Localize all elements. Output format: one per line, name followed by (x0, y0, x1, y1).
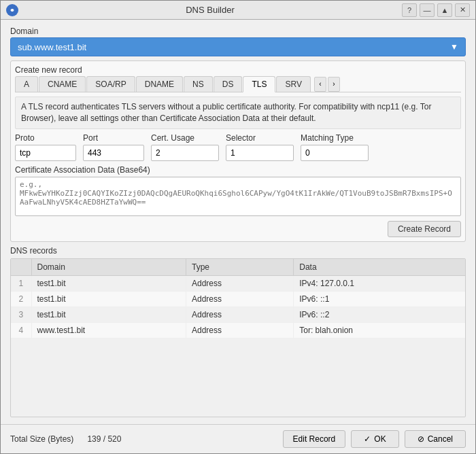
col-type: Type (186, 259, 293, 276)
domain-value: sub.www.test1.bit (18, 42, 86, 52)
tls-description: A TLS record authenticates TLS servers w… (15, 97, 461, 129)
port-label: Port (83, 133, 144, 143)
proto-label: Proto (15, 133, 76, 143)
matching-type-group: Matching Type (301, 133, 369, 161)
selector-group: Selector (226, 133, 294, 161)
cert-data-section: Certificate Association Data (Base64) (15, 165, 461, 218)
titlebar-center: DNS Builder (18, 5, 402, 15)
row-domain: test1.bit (31, 307, 186, 322)
create-record-label: Create new record (15, 65, 461, 75)
dns-records-section: DNS records Domain Type Data 1 test1.bit (10, 246, 466, 417)
tab-DNAME[interactable]: DNAME (136, 76, 183, 92)
tab-NS[interactable]: NS (184, 76, 213, 92)
col-num (11, 259, 31, 276)
dns-table-wrapper[interactable]: Domain Type Data 1 test1.bit Address IPv… (10, 258, 466, 417)
cert-usage-input[interactable] (151, 145, 219, 161)
svg-point-1 (11, 9, 14, 12)
cert-usage-group: Cert. Usage (151, 133, 219, 161)
table-header-row: Domain Type Data (11, 259, 465, 276)
app-icon (6, 4, 18, 16)
table-row[interactable]: 4 www.test1.bit Address Tor: blah.onion (11, 322, 465, 338)
cancel-button[interactable]: ⊘ Cancel (405, 430, 466, 448)
port-input[interactable] (83, 145, 144, 161)
maximize-button[interactable]: ▲ (437, 3, 452, 17)
cancel-label: Cancel (428, 434, 453, 444)
cancel-icon: ⊘ (418, 434, 424, 444)
minimize-button[interactable]: — (420, 3, 435, 17)
content-area: Domain sub.www.test1.bit ▼ Create new re… (1, 20, 475, 424)
row-type: Address (186, 307, 293, 322)
titlebar: DNS Builder ? — ▲ ✕ (1, 1, 475, 20)
row-num: 3 (11, 307, 31, 322)
row-data: IPv4: 127.0.0.1 (294, 275, 465, 291)
domain-dropdown[interactable]: sub.www.test1.bit ▼ (10, 37, 466, 56)
window-title: DNS Builder (186, 5, 235, 15)
table-row[interactable]: 1 test1.bit Address IPv4: 127.0.0.1 (11, 275, 465, 291)
titlebar-left (6, 4, 18, 16)
row-num: 4 (11, 322, 31, 338)
selector-label: Selector (226, 133, 294, 143)
ok-icon: ✓ (364, 434, 371, 444)
cert-usage-label: Cert. Usage (151, 133, 219, 143)
size-value: 139 / 520 (87, 434, 121, 444)
form-fields-row: Proto Port Cert. Usage Selector Matching… (15, 133, 461, 161)
row-num: 1 (11, 275, 31, 291)
footer-actions: Edit Record ✓ OK ⊘ Cancel (283, 430, 466, 448)
domain-label: Domain (10, 27, 466, 36)
dns-table: Domain Type Data 1 test1.bit Address IPv… (11, 259, 465, 338)
port-group: Port (83, 133, 144, 161)
selector-input[interactable] (226, 145, 294, 161)
close-button[interactable]: ✕ (455, 3, 470, 17)
cert-data-textarea[interactable] (15, 177, 461, 216)
table-row[interactable]: 3 test1.bit Address IPv6: ::2 (11, 307, 465, 322)
matching-type-label: Matching Type (301, 133, 369, 143)
tab-A[interactable]: A (15, 76, 38, 92)
dns-records-label: DNS records (10, 246, 466, 256)
create-record-section: Create new record A CNAME SOA/RP DNAME N… (10, 60, 466, 242)
tab-TLS[interactable]: TLS (243, 76, 275, 92)
help-button[interactable]: ? (402, 3, 417, 17)
ok-button[interactable]: ✓ OK (351, 430, 398, 448)
cert-data-label: Certificate Association Data (Base64) (15, 165, 461, 175)
proto-input[interactable] (15, 145, 76, 161)
row-domain: test1.bit (31, 291, 186, 307)
row-data: IPv6: ::2 (294, 307, 465, 322)
tab-CNAME[interactable]: CNAME (39, 76, 86, 92)
row-data: IPv6: ::1 (294, 291, 465, 307)
tab-next-button[interactable]: › (328, 77, 340, 92)
matching-type-input[interactable] (301, 145, 369, 161)
create-record-button[interactable]: Create Record (388, 221, 461, 237)
tab-prev-button[interactable]: ‹ (314, 77, 326, 92)
footer: Total Size (Bytes) 139 / 520 Edit Record… (1, 424, 475, 453)
tab-nav: ‹ › (314, 76, 340, 92)
domain-section: Domain sub.www.test1.bit ▼ (10, 27, 466, 56)
titlebar-controls: ? — ▲ ✕ (402, 3, 470, 17)
col-data: Data (294, 259, 465, 276)
tab-SOA-RP[interactable]: SOA/RP (86, 76, 135, 92)
row-domain: www.test1.bit (31, 322, 186, 338)
tabs-row: A CNAME SOA/RP DNAME NS DS TLS SRV ‹ › (15, 76, 461, 92)
proto-group: Proto (15, 133, 76, 161)
tab-SRV[interactable]: SRV (276, 76, 310, 92)
row-data: Tor: blah.onion (294, 322, 465, 338)
main-window: DNS Builder ? — ▲ ✕ Domain sub.www.test1… (0, 0, 476, 454)
row-type: Address (186, 275, 293, 291)
row-type: Address (186, 322, 293, 338)
size-label: Total Size (Bytes) (10, 434, 73, 444)
table-row[interactable]: 2 test1.bit Address IPv6: ::1 (11, 291, 465, 307)
row-type: Address (186, 291, 293, 307)
create-btn-row: Create Record (15, 221, 461, 237)
chevron-down-icon: ▼ (450, 42, 458, 52)
col-domain: Domain (31, 259, 186, 276)
footer-size: Total Size (Bytes) 139 / 520 (10, 434, 121, 444)
row-domain: test1.bit (31, 275, 186, 291)
ok-label: OK (374, 434, 386, 444)
row-num: 2 (11, 291, 31, 307)
tab-DS[interactable]: DS (214, 76, 243, 92)
edit-record-button[interactable]: Edit Record (283, 430, 346, 448)
